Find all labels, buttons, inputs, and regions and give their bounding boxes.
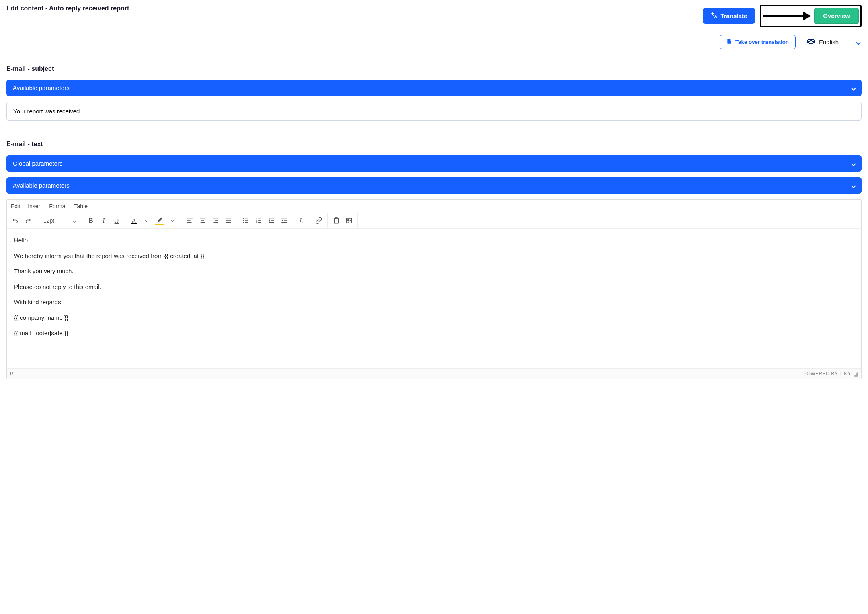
chevron-down-icon — [857, 39, 860, 45]
annotation-arrow — [763, 11, 811, 21]
translate-button[interactable]: Translate — [703, 8, 755, 24]
svg-point-14 — [243, 220, 244, 221]
element-path[interactable]: P — [10, 371, 13, 377]
chevron-down-icon — [73, 217, 76, 224]
take-over-translation-button[interactable]: Take over translation — [720, 35, 796, 49]
menu-edit[interactable]: Edit — [11, 203, 21, 209]
image-button[interactable] — [343, 215, 355, 227]
chevron-down-icon — [852, 160, 855, 167]
takeover-label: Take over translation — [735, 39, 789, 45]
content-line: We hereby inform you that the report was… — [14, 252, 854, 261]
align-left-button[interactable] — [184, 215, 196, 227]
rich-text-editor: Edit Insert Format Table 12pt B I U — [6, 199, 862, 379]
redo-button[interactable] — [22, 215, 34, 227]
language-selector[interactable]: English — [805, 36, 862, 48]
menu-format[interactable]: Format — [49, 203, 67, 209]
svg-point-33 — [348, 219, 349, 220]
text-color-dropdown[interactable] — [141, 215, 153, 227]
indent-button[interactable] — [278, 215, 290, 227]
editor-content-area[interactable]: Hello, We hereby inform you that the rep… — [7, 229, 861, 368]
content-line: With kind regards — [14, 298, 854, 307]
overview-highlight: Overview — [760, 5, 862, 27]
language-label: English — [819, 39, 839, 45]
text-color-button[interactable]: A — [128, 215, 140, 227]
flag-uk-icon — [807, 39, 815, 44]
link-button[interactable] — [313, 215, 325, 227]
font-size-selector[interactable]: 12pt — [39, 216, 80, 225]
svg-point-12 — [243, 219, 244, 219]
overview-button[interactable]: Overview — [814, 8, 859, 24]
svg-text:3: 3 — [256, 221, 257, 223]
align-justify-button[interactable] — [222, 215, 234, 227]
available-parameters-subject-accordion[interactable]: Available parameters — [6, 80, 862, 96]
highlight-color-dropdown[interactable] — [166, 215, 179, 227]
resize-handle[interactable]: ◢ — [854, 370, 858, 377]
bullet-list-button[interactable] — [240, 215, 252, 227]
bold-button[interactable]: B — [85, 215, 97, 227]
accordion-label: Available parameters — [13, 182, 70, 189]
content-line: {{ company_name }} — [14, 313, 854, 323]
translate-label: Translate — [720, 12, 747, 19]
editor-menubar: Edit Insert Format Table — [7, 200, 861, 213]
content-line: {{ mail_footer|safe }} — [14, 329, 854, 338]
chevron-down-icon — [852, 84, 855, 91]
underline-button[interactable]: U — [111, 215, 123, 227]
numbered-list-button[interactable]: 123 — [252, 215, 265, 227]
paste-button[interactable] — [330, 215, 342, 227]
accordion-label: Available parameters — [13, 84, 70, 91]
highlight-color-button[interactable] — [154, 215, 166, 227]
content-line: Please do not reply to this email. — [14, 282, 854, 292]
document-icon — [726, 39, 732, 45]
font-size-value: 12pt — [43, 217, 54, 224]
menu-insert[interactable]: Insert — [28, 203, 42, 209]
content-line: Hello, — [14, 236, 854, 245]
align-center-button[interactable] — [197, 215, 209, 227]
available-parameters-text-accordion[interactable]: Available parameters — [6, 177, 862, 194]
editor-toolbar: 12pt B I U A — [7, 213, 861, 229]
subject-input[interactable] — [6, 102, 862, 121]
chevron-down-icon — [852, 182, 855, 189]
accordion-label: Global parameters — [13, 160, 62, 167]
global-parameters-accordion[interactable]: Global parameters — [6, 155, 862, 172]
content-line: Thank you very much. — [14, 267, 854, 276]
menu-table[interactable]: Table — [74, 203, 87, 209]
italic-button[interactable]: I — [98, 215, 110, 227]
overview-label: Overview — [823, 12, 850, 19]
email-subject-label: E-mail - subject — [6, 65, 862, 72]
clear-formatting-button[interactable]: I× — [295, 215, 308, 227]
align-right-button[interactable] — [209, 215, 222, 227]
translate-icon — [711, 12, 717, 20]
undo-button[interactable] — [9, 215, 21, 227]
svg-point-16 — [243, 222, 244, 223]
outdent-button[interactable] — [265, 215, 277, 227]
email-text-label: E-mail - text — [6, 141, 862, 148]
page-title: Edit content - Auto reply received repor… — [6, 5, 129, 12]
powered-by-label: POWERED BY TINY — [803, 371, 851, 377]
